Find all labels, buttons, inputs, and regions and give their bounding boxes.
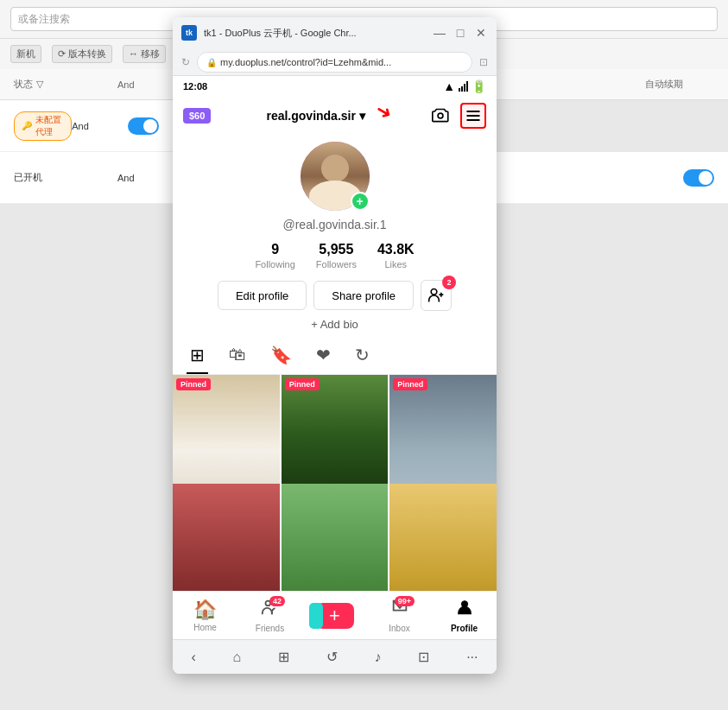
toggle-1[interactable]	[128, 117, 159, 135]
avatar-add-button[interactable]: +	[351, 192, 370, 211]
profile-username: @real.govinda.sir.1	[282, 218, 386, 231]
pinned-badge-3: Pinned	[393, 378, 427, 390]
table-row-1: 🔑 未配置代理 And	[0, 100, 173, 152]
nav-friends[interactable]: 42 Friends	[237, 598, 302, 633]
friend-request-button[interactable]: 2	[421, 280, 452, 311]
dropdown-arrow-icon: ▾	[359, 109, 365, 123]
version-convert-btn[interactable]: ⟳ 版本转换	[52, 45, 112, 63]
powered-on-label: 已开机	[14, 171, 117, 184]
close-button[interactable]: ✕	[474, 26, 488, 40]
following-count: 9	[271, 242, 279, 257]
balance-badge: $60	[183, 108, 211, 124]
volume-button[interactable]: ♪	[368, 646, 389, 669]
signal-bar-icon	[459, 81, 468, 92]
tab-videos[interactable]: ⊞	[187, 338, 208, 374]
pinned-badge-1: Pinned	[176, 378, 211, 390]
friends-label: Friends	[256, 624, 284, 633]
status-icons: ▲ 🔋	[443, 79, 486, 93]
nav-home[interactable]: 🏠 Home	[173, 599, 237, 632]
apps-button[interactable]: ⊞	[271, 645, 296, 669]
header-icons: ➜	[421, 103, 486, 129]
security-icon: 🔒	[206, 58, 217, 67]
followers-stat: 5,955 Followers	[316, 242, 357, 269]
edit-profile-button[interactable]: Edit profile	[218, 281, 307, 310]
home-label: Home	[193, 623, 217, 632]
nav-inbox[interactable]: 99+ Inbox	[367, 598, 432, 633]
inbox-label: Inbox	[389, 624, 409, 633]
stats-row: 9 Following 5,955 Followers 43.8K Likes	[255, 242, 414, 269]
browser-logo: tk	[181, 25, 197, 41]
auto-renew-label: 自动续期	[645, 78, 714, 91]
following-stat: 9 Following	[255, 242, 294, 269]
cast-icon[interactable]: ⊡	[479, 56, 488, 68]
tab-reposts[interactable]: ↻	[351, 338, 373, 374]
minimize-button[interactable]: —	[433, 26, 446, 40]
browser-tab-title: tk1 - DuoPlus 云手机 - Google Chr...	[204, 27, 426, 40]
tab-liked[interactable]: ❤	[313, 338, 334, 374]
version-icon: ⟳	[58, 48, 66, 59]
bottom-nav: 🏠 Home 42 Friends	[173, 591, 497, 639]
tab-shop[interactable]: 🛍	[225, 338, 250, 374]
nav-profile[interactable]: Profile	[432, 598, 497, 633]
state-label: 状态	[14, 78, 33, 91]
username-text: real.govinda.sir	[266, 109, 355, 123]
video-grid: Pinned ▶ 315.2K Pinned ▶ 14.9K Pinned ▶ …	[173, 375, 497, 591]
profile-label: Profile	[451, 624, 478, 633]
status-bar: 12:08 ▲ 🔋	[173, 76, 497, 97]
browser-bottom-bar: ‹ ⌂ ⊞ ↺ ♪ ⊡ ···	[173, 639, 497, 674]
proxy-badge: 🔑 未配置代理	[14, 111, 72, 141]
username-dropdown[interactable]: real.govinda.sir ▾	[266, 109, 364, 123]
reload-icon[interactable]: ↻	[181, 56, 190, 68]
likes-label: Likes	[384, 259, 407, 269]
svg-point-0	[438, 113, 443, 118]
red-arrow-annotation: ➜	[371, 98, 396, 125]
refresh-button[interactable]: ↺	[320, 645, 345, 669]
likes-stat: 43.8K Likes	[377, 242, 415, 269]
tiktok-header: $60 real.govinda.sir ▾ ➜	[173, 97, 497, 135]
browser-title-bar: tk tk1 - DuoPlus 云手机 - Google Chr... — □…	[173, 17, 497, 48]
browser-window: tk tk1 - DuoPlus 云手机 - Google Chr... — □…	[173, 17, 497, 674]
avatar-container: +	[301, 142, 370, 211]
video-item-5[interactable]	[282, 484, 389, 591]
hamburger-menu-button[interactable]	[460, 103, 486, 129]
content-tabs: ⊞ 🛍 🔖 ❤ ↻	[173, 338, 497, 375]
tab-saved[interactable]: 🔖	[267, 338, 295, 374]
followers-count: 5,955	[319, 242, 353, 257]
back-button[interactable]: ‹	[184, 646, 202, 669]
svg-point-4	[431, 289, 437, 295]
maximize-button[interactable]: □	[453, 26, 467, 40]
battery-icon: 🔋	[472, 79, 486, 93]
create-button[interactable]	[316, 603, 354, 629]
address-input[interactable]: 🔒 my.duoplus.net/control?id=Lzehm&mid...	[197, 52, 472, 73]
status-time: 12:08	[183, 81, 207, 92]
key-icon: 🔑	[22, 121, 32, 130]
video-item-4[interactable]	[173, 484, 280, 591]
video-item-6[interactable]	[389, 484, 497, 591]
share-profile-button[interactable]: Share profile	[313, 281, 414, 310]
friend-request-badge: 2	[442, 276, 456, 289]
profile-section: + @real.govinda.sir.1 9 Following 5,955 …	[173, 135, 497, 338]
toggle-2[interactable]	[683, 169, 714, 187]
move-icon: ↔	[129, 48, 138, 59]
filter-icon: ▽	[36, 79, 43, 90]
pinned-badge-2: Pinned	[285, 378, 320, 390]
friends-badge: 42	[269, 596, 285, 606]
move-btn[interactable]: ↔ 移移	[123, 45, 166, 63]
browser-address-bar: ↻ 🔒 my.duoplus.net/control?id=Lzehm&mid.…	[173, 48, 497, 76]
camera-button[interactable]	[427, 103, 453, 129]
more-button[interactable]: ···	[459, 646, 484, 669]
screen-button[interactable]: ⊡	[411, 645, 436, 669]
phone-content: 12:08 ▲ 🔋 $60 real.govinda.sir ▾	[173, 76, 497, 639]
new-machine-btn[interactable]: 新机	[10, 45, 41, 63]
device-1: And	[72, 121, 120, 131]
browser-chrome: tk tk1 - DuoPlus 云手机 - Google Chr... — □…	[173, 17, 497, 76]
followers-label: Followers	[316, 259, 357, 269]
following-label: Following	[255, 259, 294, 269]
inbox-badge: 99+	[395, 596, 415, 606]
nav-create[interactable]	[302, 603, 367, 629]
likes-count: 43.8K	[377, 242, 415, 257]
home-button[interactable]: ⌂	[226, 646, 249, 669]
wifi-icon: ▲	[443, 79, 455, 93]
profile-actions: Edit profile Share profile 2	[218, 280, 452, 311]
add-bio-button[interactable]: + Add bio	[311, 318, 358, 331]
